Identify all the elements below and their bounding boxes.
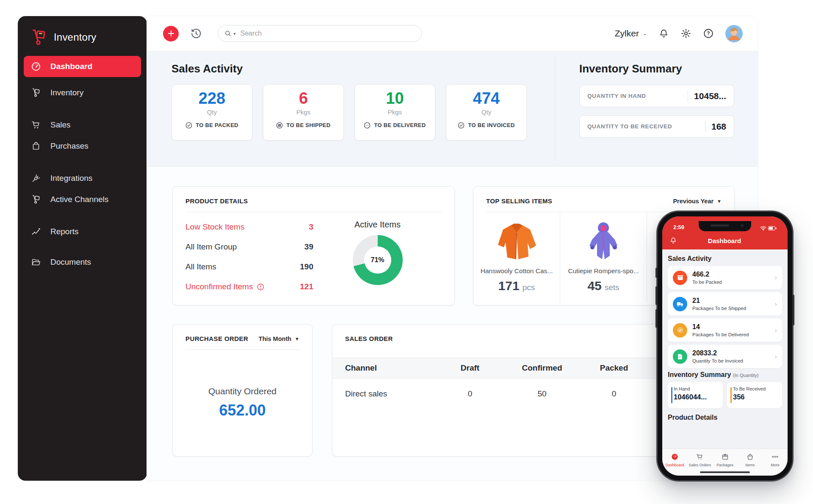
phone-metric-label: To be Packed (692, 280, 722, 285)
purchase-order-range-dropdown[interactable]: This Month ▼ (259, 335, 299, 342)
sidebar-item-documents[interactable]: Documents (24, 252, 141, 273)
brand-name: Inventory (54, 31, 97, 43)
summary-label: In Hand (674, 386, 719, 391)
to-be-delivered-card[interactable]: 10 Pkgs TO BE DELIVER (354, 84, 435, 141)
row-value: 39 (304, 242, 313, 252)
phone-tab-more[interactable]: More (763, 453, 788, 467)
phone-to-be-received-card[interactable]: To Be Received 356 (727, 382, 782, 408)
phone-to-be-shipped-card[interactable]: 21 Packages To be Shipped › (668, 292, 782, 316)
row-label: Unconfirmed Items (185, 282, 253, 291)
product-details-card: PRODUCT DETAILS Low Stock Items 3 (172, 186, 455, 305)
sidebar-item-label: Dashboard (50, 62, 92, 71)
org-switcher[interactable]: Zylker ⌄ (615, 28, 647, 39)
package-icon (673, 271, 687, 285)
phone-metric-label: Packages To be Shipped (692, 306, 746, 311)
cart-icon (31, 120, 41, 130)
top-selling-item[interactable]: Cutiepie Rompers-spo... 45 sets (560, 213, 647, 303)
sidebar-item-purchases[interactable]: Purchases (24, 136, 141, 157)
phone-tab-sales-orders[interactable]: Sales Orders (687, 453, 712, 467)
all-items-row[interactable]: All Items 190 (185, 262, 313, 271)
package-circle-icon (276, 122, 283, 129)
phone-to-be-delivered-card[interactable]: 14 Packages To be Delivered › (668, 318, 782, 342)
all-item-group-row[interactable]: All Item Group 39 (185, 242, 313, 252)
to-be-invoiced-card[interactable]: 474 Qty TO BE INVOICED (446, 84, 527, 141)
summary-value: 1046044... (674, 393, 719, 401)
basket-icon (746, 453, 754, 461)
phone-volume-up-button (655, 286, 658, 305)
sidebar-item-active-channels[interactable]: Active Channels (24, 189, 141, 210)
phone-volume-down-button (655, 309, 658, 328)
metric-value: 10 (386, 90, 404, 107)
truck-icon (673, 297, 687, 311)
product-qty: 171 (498, 279, 520, 293)
status-time: 2:59 (673, 224, 684, 230)
settings-button[interactable] (680, 28, 691, 39)
phone-to-be-invoiced-card[interactable]: 20833.2 Quantity To be Invoiced › (668, 345, 782, 368)
band-divider (555, 56, 555, 161)
phone-to-be-packed-card[interactable]: 466.2 To be Packed › (668, 266, 782, 289)
summary-value: 168 (711, 122, 726, 132)
product-name: Hanswooly Cotton Cas... (481, 267, 553, 275)
sidebar-item-label: Active Channels (50, 195, 108, 204)
check-icon (673, 323, 687, 338)
caret-down-icon: ▼ (717, 199, 722, 204)
sidebar-menu: Dashboard Inventory (18, 56, 147, 273)
product-name: Cutiepie Rompers-spo... (568, 267, 639, 275)
row-label: All Items (185, 262, 216, 271)
phone-tab-bar: Dashboard Sales Orders Packages Items Mo… (662, 449, 788, 476)
summary-label: To Be Received (733, 386, 778, 391)
card-title: PRODUCT DETAILS (185, 197, 248, 205)
phone-tab-dashboard[interactable]: Dashboard (662, 453, 687, 467)
user-avatar[interactable] (725, 25, 743, 42)
phone-metric-value: 21 (692, 297, 746, 305)
active-items-donut: 71% (353, 235, 403, 285)
sidebar-item-dashboard[interactable]: Dashboard (24, 56, 141, 77)
search-input[interactable] (241, 30, 415, 37)
sidebar-item-inventory[interactable]: Inventory (24, 82, 141, 103)
org-name: Zylker (615, 28, 639, 39)
recent-history-button[interactable] (190, 27, 202, 40)
to-be-packed-card[interactable]: 228 Qty TO BE PACKED (171, 84, 252, 141)
sales-activity-cards: 228 Qty TO BE PACKED 6 (171, 84, 555, 141)
product-image-cardigan (495, 218, 539, 265)
unconfirmed-items-row[interactable]: Unconfirmed Items 121 (185, 282, 313, 291)
metric-unit: Qty (481, 108, 491, 116)
sidebar-item-integrations[interactable]: Integrations (24, 168, 141, 189)
phone-tab-items[interactable]: Items (738, 453, 763, 467)
to-be-shipped-card[interactable]: 6 Pkgs TO BE SHIPPED (263, 84, 344, 141)
search-scope-caret-icon[interactable]: ▾ (234, 31, 236, 36)
card-title: PURCHASE ORDER (185, 335, 248, 342)
phone-notch (699, 221, 751, 231)
cell-packed: 0 (578, 389, 650, 399)
quantity-ordered-label: Quantity Ordered (173, 386, 312, 396)
invoice-icon (673, 349, 687, 364)
phone-in-hand-card[interactable]: In Hand 1046044... (668, 382, 723, 408)
quantity-to-be-received-pill[interactable]: QUANTITY TO BE RECEIVED 168 (579, 115, 734, 138)
search-bar[interactable]: ▾ (218, 25, 422, 42)
top-selling-item[interactable]: Hanswooly Cotton Cas... 171 pcs (473, 213, 560, 303)
overview-band: Sales Activity 228 Qty TO BE PACKED (147, 51, 758, 166)
top-selling-range-dropdown[interactable]: Previous Year ▼ (673, 198, 722, 205)
add-new-button[interactable] (163, 26, 179, 42)
phone-product-details-title: Product Details (668, 414, 782, 421)
help-button[interactable]: ? (703, 28, 714, 39)
phone-tab-packages[interactable]: Packages (712, 453, 737, 467)
sidebar-item-sales[interactable]: Sales (24, 114, 141, 136)
low-stock-items-row[interactable]: Low Stock Items 3 (185, 222, 313, 232)
accent-bar (671, 387, 672, 403)
notifications-button[interactable] (658, 28, 669, 39)
quantity-in-hand-pill[interactable]: QUANTITY IN HAND 10458... (579, 85, 734, 107)
phone-metric-value: 466.2 (692, 271, 722, 278)
sidebar-item-reports[interactable]: Reports (24, 221, 141, 242)
topbar: ▾ Zylker ⌄ (147, 16, 758, 51)
info-icon[interactable] (257, 283, 264, 291)
metric-unit: Pkgs (388, 108, 402, 116)
metric-value: 474 (473, 90, 500, 107)
gauge-icon (671, 453, 679, 461)
chevron-right-icon: › (774, 274, 777, 282)
folder-icon (31, 257, 41, 267)
phone-metric-label: Packages To be Delivered (692, 332, 749, 337)
card-title: SALES ORDER (345, 335, 393, 342)
chevron-down-icon: ⌄ (643, 30, 647, 36)
chevron-right-icon: › (774, 352, 777, 361)
